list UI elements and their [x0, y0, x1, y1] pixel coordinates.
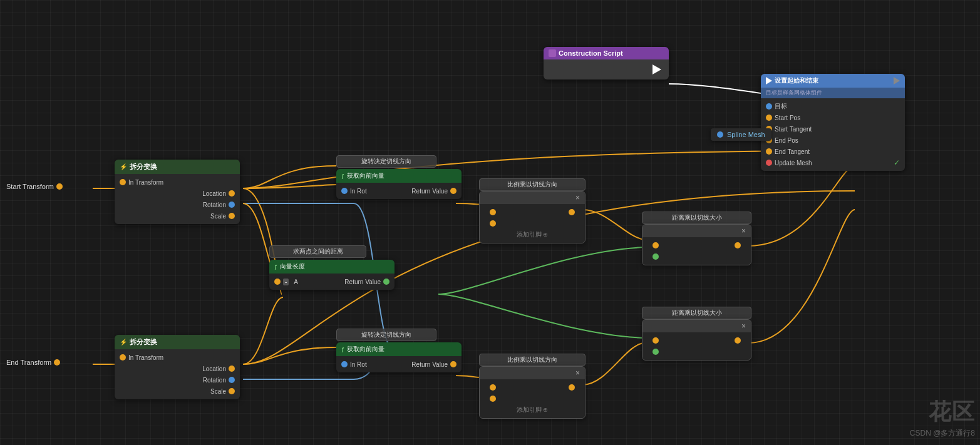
start-transform-node: Start Transform: [6, 183, 63, 190]
splinemesh-pin-out: [717, 131, 723, 138]
func-icon-bottom: ƒ: [341, 346, 344, 352]
get-forward-top-in-pin: [341, 188, 348, 194]
startpos-row: Start Pos: [761, 112, 905, 123]
splinemesh-label: Spline Mesh: [727, 131, 765, 138]
split-bottom-scale-pin: [229, 388, 235, 394]
set-start-end-node: 设置起始和结束 目标是样条网格体组件 目标 Start Pos Start Ta…: [761, 74, 905, 171]
dist-bottom-pin2: [647, 346, 746, 357]
multiply-symbol-top: ×: [575, 193, 580, 202]
split-top-rotation-label: Rotation: [120, 202, 226, 208]
split-bottom-location-label: Location: [120, 366, 226, 372]
scale-tangent-bottom-label: 比例乘以切线方向: [479, 354, 585, 366]
endpos-row: End Pos: [761, 135, 905, 146]
starttangent-label: Start Tangent: [775, 126, 812, 133]
endtangent-row: End Tangent: [761, 146, 905, 157]
get-forward-bottom-row: In Rot Return Value: [336, 359, 462, 370]
split-top-rotation-row: Rotation: [115, 199, 240, 210]
spline-mesh-node: Spline Mesh: [711, 128, 771, 141]
split-top-scale-label: Scale: [120, 213, 226, 220]
split-top-location-label: Location: [120, 190, 226, 197]
endtangent-label: End Tangent: [775, 148, 810, 155]
updatemesh-label: Update Mesh: [775, 160, 812, 166]
starttangent-row: Start Tangent: [761, 123, 905, 135]
get-forward-top-header: ƒ 获取向前向量: [336, 169, 462, 183]
end-transform-label: End Transform: [6, 359, 51, 366]
split-transform-top-node: ⚡ 拆分变换 In Transform Location Rotation Sc…: [115, 160, 240, 224]
veclen-func-icon: ƒ: [274, 263, 277, 270]
scale-tangent-top-body: 添加引脚 ⊕: [480, 204, 585, 243]
exec-out-pin-right: [894, 77, 900, 84]
split-transform-top-title: 拆分变换: [130, 162, 157, 171]
rotate-tangent-bottom-label: 旋转决定切线方向: [336, 329, 436, 341]
dist-multiply-symbol-top: ×: [741, 227, 746, 235]
split-top-rotation-pin: [229, 202, 235, 208]
split-bottom-in-label: In Transform: [128, 354, 163, 361]
scale-top-pin2: [485, 218, 580, 229]
target-row: 目标: [761, 101, 905, 112]
split-bottom-rotation-row: Rotation: [115, 374, 240, 386]
get-forward-bottom-out-pin: [450, 361, 456, 367]
dist-mult-bottom-header: ×: [642, 320, 751, 332]
split-top-input-row: In Transform: [115, 176, 240, 188]
get-forward-top-node: ƒ 获取向前向量 In Rot Return Value: [336, 169, 462, 199]
scale-bottom-pin1: [485, 382, 580, 393]
get-forward-top-out-pin: [450, 188, 456, 194]
split-transform-bottom-node: ⚡ 拆分变换 In Transform Location Rotation Sc…: [115, 335, 240, 399]
dist-mult-bottom-body: [642, 332, 751, 360]
set-start-end-body: 目标 Start Pos Start Tangent End Pos E: [761, 98, 905, 171]
add-pin-top[interactable]: 添加引脚 ⊕: [485, 229, 580, 240]
end-transform-pin: [54, 359, 60, 366]
split-transform-bottom-title: 拆分变换: [130, 337, 157, 347]
scale-tangent-top-mult: × 添加引脚 ⊕: [479, 191, 585, 243]
target-pin: [766, 103, 772, 110]
minus-badge: -: [283, 279, 289, 285]
split-bottom-location-row: Location: [115, 363, 240, 374]
scale-bottom-pin2: [485, 393, 580, 404]
split-transform-bottom-icon: ⚡: [120, 339, 127, 345]
split-transform-bottom-body: In Transform Location Rotation Scale: [115, 349, 240, 399]
set-start-end-title: 设置起始和结束: [775, 76, 818, 85]
split-bottom-rotation-pin: [229, 377, 235, 383]
target-label: 目标: [775, 102, 787, 111]
split-transform-top-header: ⚡ 拆分变换: [115, 160, 240, 174]
construction-script-header: Construction Script: [544, 47, 669, 59]
endtangent-pin: [766, 148, 772, 155]
vector-length-header: ƒ 向量长度: [269, 260, 395, 274]
vector-length-row: - A Return Value: [269, 276, 395, 287]
startpos-pin: [766, 115, 772, 121]
split-bottom-in-pin: [120, 354, 126, 361]
vector-length-body: - A Return Value: [269, 274, 395, 290]
updatemesh-pin: [766, 160, 772, 166]
split-bottom-scale-row: Scale: [115, 386, 240, 397]
get-forward-top-row: In Rot Return Value: [336, 185, 462, 197]
construction-script-node: Construction Script: [544, 47, 669, 79]
vector-length-node: ƒ 向量长度 - A Return Value: [269, 260, 395, 290]
add-pin-bottom[interactable]: 添加引脚 ⊕: [485, 404, 580, 416]
get-forward-bottom-node: ƒ 获取向前向量 In Rot Return Value: [336, 342, 462, 372]
get-forward-bottom-in-pin: [341, 361, 348, 367]
dist-mult-top: ×: [642, 224, 751, 265]
exec-out-pin: [652, 64, 661, 74]
split-top-location-row: Location: [115, 188, 240, 199]
func-icon-top: ƒ: [341, 173, 344, 179]
dist-mult-top-body: [642, 237, 751, 265]
csdn-label: CSDN @多方通行8: [910, 428, 975, 439]
dist-bottom-pin1: [647, 335, 746, 346]
split-bottom-input-row: In Transform: [115, 352, 240, 363]
scale-tangent-top-label: 比例乘以切线方向: [479, 178, 585, 191]
split-top-scale-row: Scale: [115, 210, 240, 222]
dist-mult-top-header: ×: [642, 225, 751, 237]
split-top-location-pin: [229, 190, 235, 197]
scale-tangent-top-header: ×: [480, 192, 585, 204]
scale-tangent-bottom-header: ×: [480, 367, 585, 379]
split-bottom-location-pin: [229, 366, 235, 372]
endpos-label: End Pos: [775, 137, 798, 144]
exec-in-pin: [766, 77, 772, 84]
dist-mult-bottom: ×: [642, 319, 751, 361]
construction-script-title: Construction Script: [559, 49, 623, 57]
split-transform-bottom-header: ⚡ 拆分变换: [115, 335, 240, 349]
veclen-in-pin: [274, 279, 281, 285]
updatemesh-check: ✓: [894, 158, 900, 167]
split-top-in-label: In Transform: [128, 179, 163, 186]
dist-tangent-bottom-label: 距离乘以切线大小: [642, 307, 751, 319]
